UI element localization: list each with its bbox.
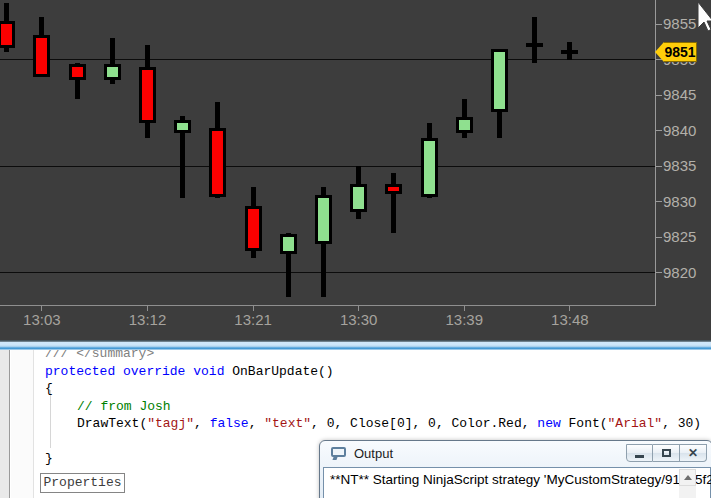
price-tick	[656, 130, 662, 131]
minimize-button[interactable]	[626, 444, 653, 462]
indent-guide	[50, 390, 51, 448]
grid-line	[0, 272, 655, 273]
output-titlebar[interactable]: Output ✕	[320, 441, 711, 467]
last-price-tag-arrow-icon	[655, 42, 664, 62]
price-label: 9835	[663, 157, 696, 174]
output-log-line: **NT** Starting NinjaScript strategy 'My…	[330, 472, 711, 487]
candlestick	[0, 21, 15, 48]
candle-wick	[532, 17, 537, 63]
window-border	[0, 340, 711, 350]
time-label: 13:39	[436, 311, 492, 328]
candlestick	[69, 64, 86, 81]
last-price-tag-value: 9851	[664, 42, 697, 62]
price-tick	[656, 201, 662, 202]
candlestick	[491, 49, 508, 112]
editor-breakpoint-margin[interactable]	[11, 350, 34, 498]
candlestick-doji	[561, 50, 578, 54]
scrollbar-up-button[interactable]	[679, 469, 696, 486]
price-label: 9825	[663, 228, 696, 245]
price-tick	[656, 24, 662, 25]
close-icon: ✕	[688, 447, 698, 459]
candlestick	[315, 195, 332, 244]
time-label: 13:03	[14, 311, 70, 328]
candlestick	[209, 128, 226, 198]
time-axis-line	[0, 305, 656, 306]
chart-window: 13:0313:1213:2113:3013:3913:48 985598509…	[0, 0, 711, 340]
candlestick	[280, 234, 297, 254]
time-label: 13:30	[331, 311, 387, 328]
code-line: // from Josh	[77, 398, 171, 416]
time-label: 13:21	[225, 311, 281, 328]
code-line: DrawText("tagj", false, "text", 0, Close…	[77, 415, 701, 433]
price-label: 9840	[663, 122, 696, 139]
candlestick	[385, 184, 402, 194]
code-line: /// </summary>	[45, 350, 154, 363]
grid-line	[0, 166, 655, 167]
candlestick	[139, 67, 156, 123]
minimize-icon	[635, 455, 644, 458]
candlestick	[33, 35, 50, 77]
candlestick	[350, 184, 367, 211]
candle-wick	[391, 173, 396, 233]
price-label: 9845	[663, 86, 696, 103]
price-axis[interactable]: 98559850984598409835983098259820 9851	[655, 0, 711, 340]
candlestick-doji	[526, 43, 543, 47]
editor-edge-strip	[0, 350, 10, 498]
price-tick	[656, 272, 662, 273]
window-buttons: ✕	[626, 444, 707, 462]
candlestick-chart[interactable]	[0, 0, 655, 306]
code-line: {	[45, 380, 53, 398]
code-line: }	[45, 450, 53, 468]
output-window: Output ✕ **NT** Starting NinjaScript str…	[319, 440, 711, 498]
maximize-button[interactable]	[653, 444, 680, 462]
mouse-cursor	[697, 2, 711, 32]
code-line: protected override void OnBarUpdate()	[45, 363, 334, 381]
output-window-title: Output	[354, 446, 393, 461]
price-tick	[656, 166, 662, 167]
price-tick	[656, 95, 662, 96]
time-label: 13:12	[120, 311, 176, 328]
price-label: 9855	[663, 15, 696, 32]
candlestick	[421, 138, 438, 197]
candlestick	[456, 117, 473, 134]
properties-region-button[interactable]: Properties	[40, 473, 125, 493]
grid-line	[0, 59, 655, 60]
candlestick	[104, 64, 121, 81]
output-log[interactable]: **NT** Starting NinjaScript strategy 'My…	[323, 467, 711, 498]
screen: 13:0313:1213:2113:3013:3913:48 985598509…	[0, 0, 711, 498]
close-button[interactable]: ✕	[680, 444, 707, 462]
monitor-stand-icon	[332, 457, 337, 460]
candlestick	[174, 120, 191, 133]
output-icon	[331, 447, 346, 460]
price-label: 9820	[663, 264, 696, 281]
time-label: 13:48	[542, 311, 598, 328]
price-label: 9830	[663, 193, 696, 210]
maximize-icon	[662, 449, 671, 457]
arrow-up-icon	[684, 475, 692, 480]
output-scrollbar[interactable]	[679, 469, 696, 498]
monitor-icon	[331, 447, 346, 457]
candlestick	[245, 206, 262, 251]
price-tick	[656, 237, 662, 238]
